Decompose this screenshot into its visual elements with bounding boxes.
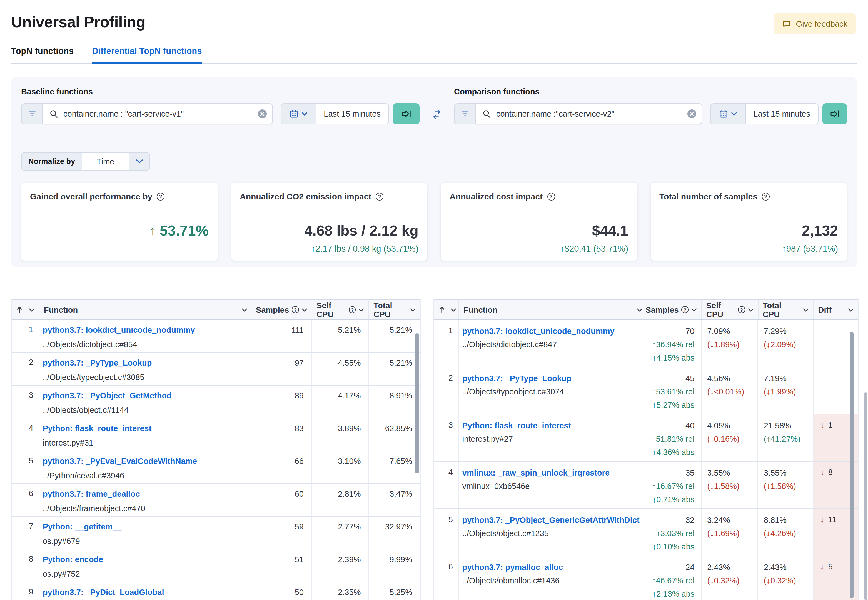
rank-cell: 4 <box>434 462 459 508</box>
filter-icon <box>461 109 469 118</box>
baseline-time-range[interactable]: Last 15 minutes <box>316 104 388 124</box>
samples-cell: 70 ↑36.94% rel ↑4.15% abs <box>647 320 702 367</box>
chevron-down-icon <box>241 308 247 311</box>
self-cpu-cell: 2.77% <box>312 517 369 549</box>
comparison-table-scrollbar[interactable] <box>850 332 854 598</box>
self-cpu-cell: 2.39% <box>312 550 369 582</box>
function-link[interactable]: vmlinux: _raw_spin_unlock_irqrestore <box>462 468 642 478</box>
function-link[interactable]: Python: __getitem__ <box>43 522 247 532</box>
comparison-calendar-button[interactable] <box>710 104 745 124</box>
function-link[interactable]: python3.7: lookdict_unicode_nodummy <box>43 325 247 335</box>
tab-bar: TopN functions Differential TopN functio… <box>11 46 857 64</box>
function-link[interactable]: python3.7: _PyDict_LoadGlobal <box>43 587 247 597</box>
function-link[interactable]: Python: flask_route_interest <box>43 423 247 433</box>
function-link[interactable]: python3.7: frame_dealloc <box>43 489 247 499</box>
tables-section: Function Samples ? Self CPU ? Total CPU <box>11 300 868 600</box>
chevron-down-icon <box>691 308 697 311</box>
self-cpu-change: (↓1.89%) <box>707 339 739 350</box>
function-cell: python3.7: lookdict_unicode_nodummy ../O… <box>459 320 647 367</box>
normalize-by-select[interactable]: Time <box>82 153 129 170</box>
baseline-clear-icon[interactable] <box>258 109 267 118</box>
baseline-datepicker: Last 15 minutes <box>280 103 389 124</box>
search-icon <box>482 109 491 118</box>
total-cpu-column-header[interactable]: Total CPU <box>369 300 420 320</box>
function-link[interactable]: python3.7: _PyType_Lookup <box>462 373 642 383</box>
total-cpu-cell: 21.58% (↑41.27%) <box>758 414 814 461</box>
baseline-apply-button[interactable] <box>393 103 420 124</box>
rank-diff-value: 1 <box>828 421 833 429</box>
baseline-filter-button[interactable] <box>21 103 42 124</box>
function-column-header[interactable]: Function <box>39 300 252 320</box>
column-label: Function <box>464 305 497 314</box>
diff-column-header[interactable]: Diff <box>813 300 858 320</box>
help-icon[interactable]: ? <box>157 192 165 200</box>
samples-absolute-change: ↑5.27% abs <box>652 400 695 410</box>
calendar-icon <box>289 109 298 118</box>
tab-differential-topn-functions[interactable]: Differential TopN functions <box>92 46 202 63</box>
samples-cell: 59 <box>252 517 312 549</box>
function-column-header[interactable]: Function <box>459 300 647 320</box>
function-link[interactable]: Python: encode <box>43 555 247 564</box>
total-cpu-cell: 5.21% <box>369 353 420 385</box>
page-scrollbar[interactable] <box>864 392 868 600</box>
swap-arrows-icon[interactable] <box>431 109 442 120</box>
comparison-filter-button[interactable] <box>454 103 475 124</box>
help-icon[interactable]: ? <box>547 192 555 200</box>
chevron-down-icon[interactable] <box>129 153 149 170</box>
rank-column-header[interactable] <box>12 300 39 320</box>
give-feedback-button[interactable]: Give feedback <box>774 13 856 35</box>
samples-relative-change: ↑16.67% rel <box>652 481 694 491</box>
function-link[interactable]: python3.7: lookdict_unicode_nodummy <box>462 326 642 336</box>
function-link[interactable]: python3.7: _PyObject_GetMethod <box>43 391 247 400</box>
baseline-calendar-button[interactable] <box>281 104 316 124</box>
chevron-down-icon <box>29 308 35 311</box>
arrow-to-bar-icon <box>829 109 840 119</box>
baseline-table-scrollbar[interactable] <box>415 333 419 473</box>
comparison-filter-group: Comparison functions container.name :"ca… <box>454 87 847 124</box>
function-location: ../Python/ceval.c#3946 <box>43 471 247 480</box>
function-link[interactable]: Python: flask_route_interest <box>462 421 642 430</box>
self-cpu-value: 2.43% <box>707 562 730 572</box>
help-icon: ? <box>682 306 689 313</box>
chevron-down-icon <box>410 308 416 311</box>
help-icon[interactable]: ? <box>376 192 383 200</box>
function-location: ../Objects/obmalloc.c#1436 <box>462 576 642 586</box>
function-cell: python3.7: _PyType_Lookup ../Objects/typ… <box>459 367 647 414</box>
samples-relative-change: ↑51.81% rel <box>652 434 694 444</box>
function-link[interactable]: python3.7: pymalloc_alloc <box>462 562 642 572</box>
tab-topn-functions[interactable]: TopN functions <box>11 46 74 63</box>
card-value: 2,132 <box>802 222 838 239</box>
samples-column-header[interactable]: Samples ? <box>252 300 312 320</box>
rank-column-header[interactable] <box>434 300 459 320</box>
function-link[interactable]: python3.7: _PyType_Lookup <box>43 358 247 368</box>
help-icon[interactable]: ? <box>762 192 770 200</box>
samples-absolute-change: ↑2.13% abs <box>652 589 695 599</box>
comparison-query-input[interactable]: container.name :"cart-service-v2" <box>475 103 702 124</box>
comparison-clear-icon[interactable] <box>687 109 696 118</box>
baseline-query-input[interactable]: container.name : "cart-service-v1" <box>42 103 273 124</box>
samples-cell: 35 ↑16.67% rel ↑0.71% abs <box>647 462 702 508</box>
comparison-query-text: container.name :"cart-service-v2" <box>496 109 687 118</box>
comparison-apply-button[interactable] <box>823 103 847 124</box>
samples-column-header[interactable]: Samples ? <box>647 300 702 320</box>
total-cpu-column-header[interactable]: Total CPU <box>758 300 813 320</box>
chevron-down-icon <box>301 308 307 311</box>
samples-cell: 97 <box>252 353 312 385</box>
comparison-label: Comparison functions <box>454 87 847 97</box>
comparison-time-range[interactable]: Last 15 minutes <box>745 104 818 124</box>
arrow-to-bar-icon <box>401 109 412 119</box>
function-location: os.py#679 <box>43 536 247 546</box>
function-link[interactable]: python3.7: _PyObject_GenericGetAttrWithD… <box>462 515 642 525</box>
function-location: ../Objects/dictobject.c#854 <box>43 339 247 350</box>
self-cpu-column-header[interactable]: Self CPU ? <box>312 300 369 320</box>
function-location: ../Objects/object.c#1235 <box>462 528 642 538</box>
table-row: 1 python3.7: lookdict_unicode_nodummy ..… <box>434 320 858 367</box>
filter-icon <box>27 109 36 118</box>
function-link[interactable]: python3.7: _PyEval_EvalCodeWithName <box>43 456 247 466</box>
column-label: Self CPU <box>706 301 735 319</box>
search-icon <box>50 109 58 118</box>
total-cpu-cell: 3.55% (↓1.58%) <box>758 462 814 508</box>
baseline-label: Baseline functions <box>21 87 420 97</box>
swap-wrap <box>420 87 454 120</box>
self-cpu-column-header[interactable]: Self CPU ? <box>702 300 758 320</box>
